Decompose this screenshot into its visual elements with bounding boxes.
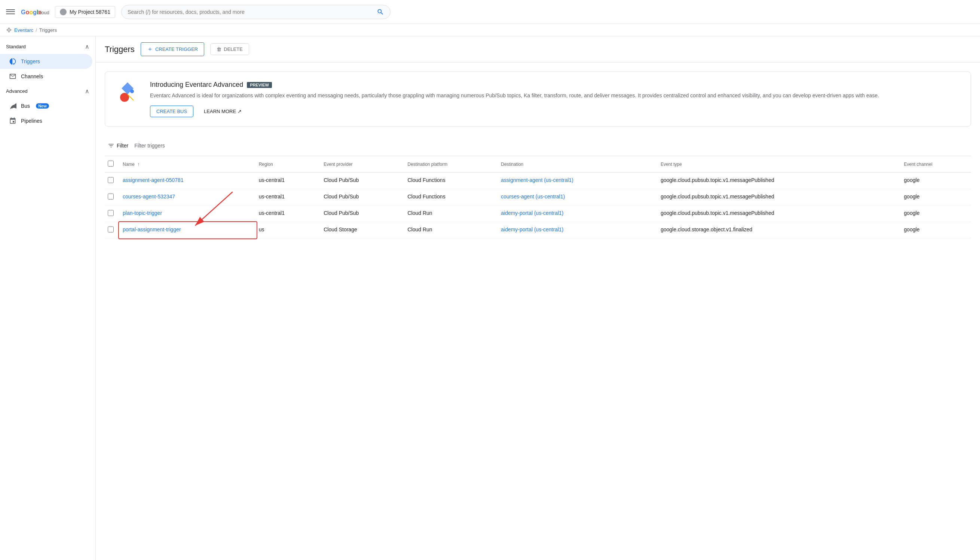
sidebar: Standard ∧ Triggers Channels Advanced ∧ … bbox=[0, 36, 96, 560]
event-provider-column-header: Event provider bbox=[321, 156, 404, 173]
search-input[interactable] bbox=[128, 9, 374, 15]
sidebar-advanced-chevron: ∧ bbox=[85, 88, 90, 95]
promo-banner: Introducing Eventarc Advanced PREVIEW Ev… bbox=[105, 72, 971, 127]
row-region-3: us bbox=[256, 222, 321, 238]
sidebar-section-advanced[interactable]: Advanced ∧ bbox=[0, 84, 95, 98]
row-region-2: us-central1 bbox=[256, 205, 321, 222]
row-event-channel-0: google bbox=[901, 173, 971, 189]
preview-badge: PREVIEW bbox=[247, 82, 272, 88]
destination-link-2[interactable]: aidemy-portal (us-central1) bbox=[501, 210, 563, 216]
row-destination-platform-2: Cloud Run bbox=[404, 205, 498, 222]
create-bus-button[interactable]: CREATE BUS bbox=[150, 105, 193, 117]
row-destination-platform-1: Cloud Functions bbox=[404, 189, 498, 205]
filter-bar: Filter Filter triggers bbox=[105, 135, 971, 156]
row-event-provider-3: Cloud Storage bbox=[321, 222, 404, 238]
row-name-0: assignment-agent-050781 bbox=[120, 173, 256, 189]
pipelines-label: Pipelines bbox=[21, 118, 42, 124]
promo-title: Introducing Eventarc Advanced PREVIEW bbox=[150, 81, 962, 89]
row-event-type-2: google.cloud.pubsub.topic.v1.messagePubl… bbox=[658, 205, 901, 222]
sidebar-item-triggers[interactable]: Triggers bbox=[0, 54, 92, 69]
select-all-checkbox[interactable] bbox=[108, 161, 114, 167]
breadcrumb: Eventarc / Triggers bbox=[0, 24, 980, 36]
trigger-name-link-1[interactable]: courses-agent-532347 bbox=[123, 193, 175, 200]
table-row: plan-topic-trigger us-central1 Cloud Pub… bbox=[105, 205, 971, 222]
filter-button[interactable]: Filter bbox=[105, 140, 131, 151]
learn-more-button[interactable]: LEARN MORE ↗ bbox=[198, 105, 247, 117]
row-event-channel-2: google bbox=[901, 205, 971, 222]
row-checkbox-1[interactable] bbox=[108, 193, 114, 200]
svg-text:Cloud: Cloud bbox=[37, 10, 49, 15]
promo-content: Introducing Eventarc Advanced PREVIEW Ev… bbox=[150, 81, 962, 117]
channels-icon bbox=[9, 73, 17, 80]
event-type-column-header: Event type bbox=[658, 156, 901, 173]
page-title: Triggers bbox=[105, 45, 135, 54]
event-channel-column-header: Event channel bbox=[901, 156, 971, 173]
sidebar-item-bus[interactable]: Bus New bbox=[0, 98, 92, 113]
row-checkbox-cell-2[interactable] bbox=[105, 205, 120, 222]
row-name-3: portal-assignment-trigger bbox=[120, 222, 256, 238]
row-checkbox-cell-0[interactable] bbox=[105, 173, 120, 189]
region-column-header: Region bbox=[256, 156, 321, 173]
row-event-channel-1: google bbox=[901, 189, 971, 205]
destination-link-0[interactable]: assignment-agent (us-central1) bbox=[501, 177, 573, 183]
trigger-name-link-0[interactable]: assignment-agent-050781 bbox=[123, 177, 184, 183]
name-sort-icon: ↑ bbox=[137, 162, 140, 167]
filter-triggers-label: Filter triggers bbox=[134, 143, 165, 148]
project-icon bbox=[60, 8, 66, 15]
project-selector[interactable]: My Project 58761 bbox=[55, 6, 115, 18]
row-checkbox-0[interactable] bbox=[108, 177, 114, 183]
destination-link-3[interactable]: aidemy-portal (us-central1) bbox=[501, 227, 563, 232]
name-column-header[interactable]: Name ↑ bbox=[120, 156, 256, 173]
create-trigger-icon: ＋ bbox=[147, 45, 153, 53]
sidebar-item-pipelines[interactable]: Pipelines bbox=[0, 113, 92, 128]
channels-label: Channels bbox=[21, 73, 43, 79]
triggers-table-wrapper: Name ↑ Region Event provider Destination… bbox=[105, 156, 971, 238]
triggers-label: Triggers bbox=[21, 58, 40, 64]
row-destination-1: courses-agent (us-central1) bbox=[498, 189, 658, 205]
row-event-provider-1: Cloud Pub/Sub bbox=[321, 189, 404, 205]
breadcrumb-current: Triggers bbox=[39, 27, 57, 33]
row-event-provider-0: Cloud Pub/Sub bbox=[321, 173, 404, 189]
breadcrumb-separator: / bbox=[35, 27, 37, 33]
select-all-header[interactable] bbox=[105, 156, 120, 173]
page-header: Triggers ＋ CREATE TRIGGER 🗑 DELETE bbox=[96, 36, 980, 63]
row-event-provider-2: Cloud Pub/Sub bbox=[321, 205, 404, 222]
breadcrumb-parent[interactable]: Eventarc bbox=[14, 27, 33, 33]
svg-point-2 bbox=[61, 10, 65, 14]
sidebar-advanced-label: Advanced bbox=[6, 88, 28, 94]
row-checkbox-2[interactable] bbox=[108, 210, 114, 216]
row-checkbox-cell-1[interactable] bbox=[105, 189, 120, 205]
row-checkbox-3[interactable] bbox=[108, 227, 114, 232]
promo-description: Eventarc Advanced is ideal for organizat… bbox=[150, 92, 962, 100]
trigger-name-link-3[interactable]: portal-assignment-trigger bbox=[123, 227, 181, 232]
filter-icon bbox=[108, 142, 115, 149]
search-icon[interactable] bbox=[377, 8, 384, 16]
delete-button[interactable]: 🗑 DELETE bbox=[210, 43, 249, 55]
triggers-icon bbox=[9, 58, 17, 65]
project-name: My Project 58761 bbox=[70, 9, 110, 15]
destination-link-1[interactable]: courses-agent (us-central1) bbox=[501, 193, 565, 200]
sidebar-item-channels[interactable]: Channels bbox=[0, 69, 92, 84]
row-destination-3: aidemy-portal (us-central1) bbox=[498, 222, 658, 238]
table-row: courses-agent-532347 us-central1 Cloud P… bbox=[105, 189, 971, 205]
search-bar[interactable] bbox=[121, 5, 390, 19]
create-trigger-button[interactable]: ＋ CREATE TRIGGER bbox=[141, 42, 204, 56]
google-cloud-logo[interactable]: Google Cloud bbox=[21, 7, 49, 17]
row-name-1: courses-agent-532347 bbox=[120, 189, 256, 205]
promo-actions: CREATE BUS LEARN MORE ↗ bbox=[150, 105, 962, 117]
pipelines-icon bbox=[9, 117, 17, 125]
row-region-0: us-central1 bbox=[256, 173, 321, 189]
main-layout: Standard ∧ Triggers Channels Advanced ∧ … bbox=[0, 36, 980, 560]
row-destination-2: aidemy-portal (us-central1) bbox=[498, 205, 658, 222]
row-checkbox-cell-3[interactable] bbox=[105, 222, 120, 238]
table-row: portal-assignment-trigger us Cloud Stora… bbox=[105, 222, 971, 238]
main-content: Triggers ＋ CREATE TRIGGER 🗑 DELETE bbox=[96, 36, 980, 560]
topbar: Google Cloud My Project 58761 bbox=[0, 0, 980, 24]
triggers-table: Name ↑ Region Event provider Destination… bbox=[105, 156, 971, 238]
table-row: assignment-agent-050781 us-central1 Clou… bbox=[105, 173, 971, 189]
sidebar-section-standard[interactable]: Standard ∧ bbox=[0, 39, 95, 54]
trigger-name-link-2[interactable]: plan-topic-trigger bbox=[123, 210, 162, 216]
delete-icon: 🗑 bbox=[217, 47, 221, 52]
svg-point-6 bbox=[130, 90, 134, 93]
hamburger-menu[interactable] bbox=[6, 7, 15, 17]
